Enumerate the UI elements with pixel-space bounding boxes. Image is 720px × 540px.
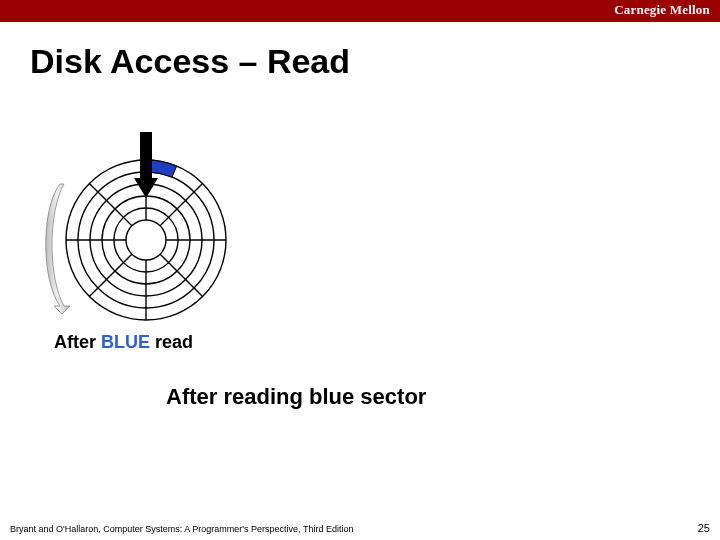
slide: Carnegie Mellon Disk Access – Read [0, 0, 720, 540]
header-bar: Carnegie Mellon [0, 0, 720, 22]
disk-figure [34, 156, 234, 326]
page-number: 25 [698, 522, 710, 534]
caption-prefix: After [54, 332, 101, 352]
sub-caption: After reading blue sector [166, 384, 426, 410]
svg-marker-15 [134, 178, 158, 198]
slide-title: Disk Access – Read [30, 42, 350, 81]
read-head-arm-icon [126, 132, 166, 200]
footer-text: Bryant and O'Hallaron, Computer Systems:… [10, 524, 353, 534]
brand-label: Carnegie Mellon [614, 2, 710, 18]
caption-blue-word: BLUE [101, 332, 150, 352]
svg-rect-14 [140, 132, 152, 182]
caption-suffix: read [150, 332, 193, 352]
svg-point-5 [126, 220, 166, 260]
figure-caption: After BLUE read [54, 332, 193, 353]
